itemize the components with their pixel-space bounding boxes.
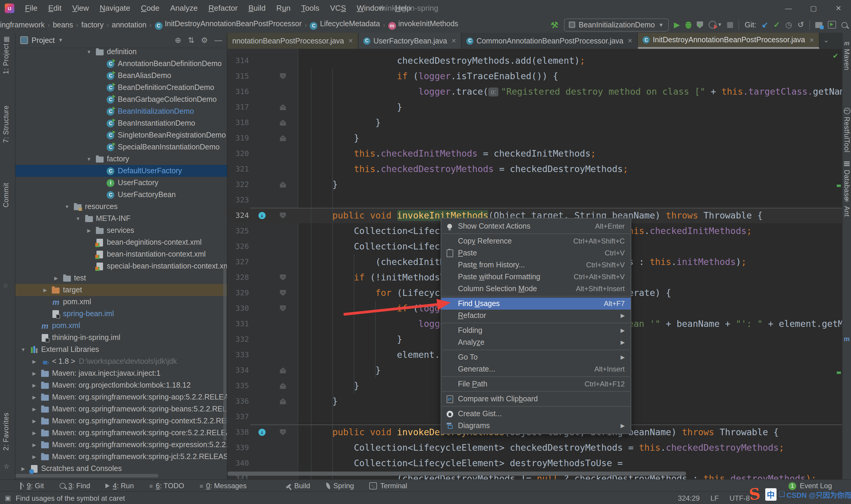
commit-icon[interactable]: ◌ [4,282,7,289]
code-line-318[interactable]: 318− } [228,115,842,130]
fold-marker-icon[interactable]: − [280,135,286,141]
tree-item-userfactorybean[interactable]: CUserFactoryBean [16,189,227,201]
tree-arrow-collapsed-icon[interactable]: ▶ [28,359,40,364]
breadcrumb-lifecyclemetadata[interactable]: CLifecycleMetadata [310,20,380,30]
code-line-320[interactable]: 320 this.checkedInitMethods = checkedIni… [228,146,842,161]
git-rollback-button[interactable]: ↺ [797,17,804,33]
breadcrumb-beans[interactable]: beans [53,20,73,29]
menu-item-analyze[interactable]: Analyze▶ [441,337,631,348]
tree-item-thinking-in-spring-iml[interactable]: thinking-in-spring.iml [16,331,227,344]
tree-item-maven-javax-inject-javax-inject-1[interactable]: ▶Maven: javax.inject:javax.inject:1 [16,367,227,379]
maximize-button[interactable]: ▢ [801,4,826,13]
menu-build[interactable]: Build [243,0,271,17]
menu-item-paste-without-formatting[interactable]: Paste without FormattingCtrl+Alt+Shift+V [441,271,631,283]
tab-close-icon[interactable]: ✕ [451,37,456,44]
tree-item-meta-inf[interactable]: ▼META-INF [16,213,227,224]
code-line-316[interactable]: 316 logger.trace(o:"Registered destroy m… [228,84,842,100]
tab-initdestroyannotationbeanpostprocessor-j[interactable]: CInitDestroyAnnotationBeanPostProcessor.… [638,33,819,49]
tree-arrow-expanded-icon[interactable]: ▼ [17,347,29,352]
menu-navigate[interactable]: Navigate [94,0,136,17]
project-panel-header[interactable]: Project ▼ ⊕ ⇅ ⚙ — [16,33,227,48]
stop-button[interactable] [727,22,734,28]
build-wrench-icon[interactable]: ⚒ [550,19,559,30]
override-marker-icon[interactable]: ↓ [258,429,266,436]
code-line-315[interactable]: 315− if (logger.isTraceEnabled()) { [228,69,842,84]
menu-run[interactable]: Run [271,0,296,17]
tree-arrow-expanded-icon[interactable]: ▼ [72,216,84,221]
breadcrumb-factory[interactable]: factory [81,20,104,29]
tree-item-factory[interactable]: ▼factory [16,153,227,165]
tab-nnotationbeanpostprocessor-java[interactable]: nnotationBeanPostProcessor.java✕ [228,33,359,49]
tool-strip-favorites[interactable]: 2: Favorites [2,413,10,450]
project-vertical-scrollbar[interactable] [223,268,226,440]
menu-item-show-context-actions[interactable]: Show Context ActionsAlt+Enter [441,220,631,232]
menu-item-refactor[interactable]: Refactor▶ [441,310,631,322]
project-horizontal-scrollbar[interactable] [16,474,158,478]
tree-item-userfactory[interactable]: IUserFactory [16,177,227,189]
collapse-all-icon[interactable]: ⇅ [188,36,195,44]
tool-strip-ant[interactable]: ✳Ant [843,197,851,217]
tool-button-3-find[interactable]: 3: Find [59,482,90,490]
line-separator[interactable]: LF [710,494,719,503]
code-line-323[interactable]: 323 [228,192,842,208]
tree-item-special-bean-instantiation-context-xml[interactable]: special-bean-instantiation-context.xml [16,260,227,272]
menu-item-paste-from-history[interactable]: Paste from History...Ctrl+Shift+V [441,259,631,271]
tree-item-pom-xml[interactable]: mpom.xml [16,320,227,331]
tree-item-maven-org-springframework-spring-context[interactable]: ▶Maven: org.springframework:spring-conte… [16,415,227,427]
run-button[interactable]: ▶ [674,17,680,33]
search-everywhere-icon[interactable] [841,22,847,28]
coverage-button[interactable] [696,21,703,28]
menu-item-column-selection-mode[interactable]: Column Selection ModeAlt+Shift+Insert [441,283,631,295]
git-update-button[interactable]: ↙ [762,17,768,33]
tree-item-beaninitializationdemo[interactable]: CBeanInitializationDemo [16,105,227,117]
tree-item-maven-org-projectlombok-lombok-1-18-12[interactable]: ▶Maven: org.projectlombok:lombok:1.18.12 [16,379,227,391]
tab-commonannotationbeanpostprocessor-java[interactable]: CCommonAnnotationBeanPostProcessor.java✕ [461,33,638,49]
tree-item-beangarbagecollectiondemo[interactable]: CBeanGarbageCollectionDemo [16,93,227,105]
tree-arrow-expanded-icon[interactable]: ▼ [83,49,95,54]
tree-item-beanaliasdemo[interactable]: CBeanAliasDemo [16,70,227,82]
tree-item-1-8[interactable]: ▶< 1.8 >D:\workspace\devtools\jdk\jdk [16,356,227,367]
menu-file[interactable]: File [20,0,43,17]
code-line-321[interactable]: 321 this.checkedDestroyMethods = checked… [228,161,842,177]
fold-marker-icon[interactable]: − [280,367,286,373]
tool-strip-restfultool[interactable]: RestfulTool [843,108,851,152]
menu-view[interactable]: View [67,0,94,17]
fold-marker-icon[interactable]: − [280,274,286,281]
tree-arrow-collapsed-icon[interactable]: ▶ [50,275,62,281]
menu-item-copy-reference[interactable]: Copy ReferenceCtrl+Alt+Shift+C [441,235,631,247]
code-line-314[interactable]: 314 checkedDestroyMethods.add(element); [228,53,842,69]
tree-arrow-collapsed-icon[interactable]: ▶ [28,454,40,460]
fold-marker-icon[interactable]: − [280,104,286,110]
menu-edit[interactable]: Edit [43,0,67,17]
menu-item-generate[interactable]: Generate...Alt+Insert [441,363,631,375]
tab-close-icon[interactable]: ✕ [809,37,814,43]
menu-item-go-to[interactable]: Go To▶ [441,351,631,363]
tool-button-0-messages[interactable]: ≡0: Messages [199,482,247,490]
locate-icon[interactable]: ⊕ [175,36,181,44]
tool-strip-structure[interactable]: 7: Structure [2,105,10,143]
run-anything-icon[interactable] [828,21,836,29]
tree-item-target[interactable]: ▶target [16,284,227,296]
tool-button-spring[interactable]: Spring [326,482,354,490]
menu-refactor[interactable]: Refactor [203,0,243,17]
breadcrumb-invokeinitmethods[interactable]: minvokeInitMethods [388,20,458,30]
code-line-319[interactable]: 319− } [228,130,842,146]
tree-arrow-collapsed-icon[interactable]: ▶ [83,228,95,233]
tree-item-test[interactable]: ▶test [16,272,227,284]
tool-button-terminal[interactable]: ›_Terminal [369,482,408,490]
tree-item-defaultuserfactory[interactable]: CDefaultUserFactory [16,165,227,177]
git-history-button[interactable]: ◷ [785,17,792,33]
menu-item-compare-with-clipboard[interactable]: Compare with Clipboard [441,393,631,405]
menu-analyze[interactable]: Analyze [165,0,203,17]
menu-item-find-usages[interactable]: Find UsagesAlt+F7 [441,298,631,310]
fold-marker-icon[interactable]: − [280,305,286,311]
tool-strip-database[interactable]: Database [843,161,851,200]
editor-horizontal-scrollbar[interactable] [228,471,686,476]
run-configuration-select[interactable]: BeanInitializationDemo ▼ [564,18,669,31]
tree-item-pom-xml[interactable]: mpom.xml [16,296,227,308]
tree-item-services[interactable]: ▶services [16,224,227,236]
project-structure-icon[interactable] [815,22,822,28]
hidden-tabs-chevron-icon[interactable]: ⌄ [823,36,829,44]
code-line-339[interactable]: 339 Collection<LifecycleElement> checked… [228,440,842,455]
fold-marker-icon[interactable]: − [280,73,286,79]
